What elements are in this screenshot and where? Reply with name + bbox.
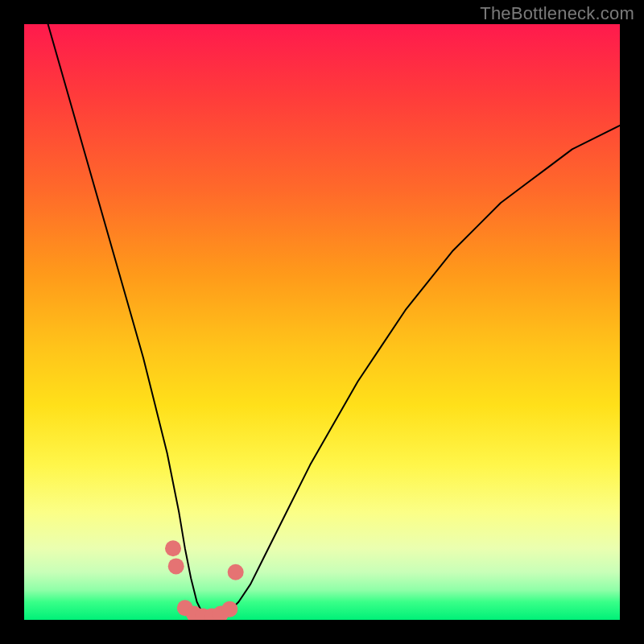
watermark-text: TheBottleneck.com (480, 3, 634, 24)
curve-marker (165, 540, 181, 556)
bottleneck-curve (48, 24, 620, 620)
curve-marker (221, 601, 237, 617)
chart-plot-area (24, 24, 620, 620)
curve-markers (165, 540, 244, 620)
chart-svg (24, 24, 620, 620)
chart-frame: TheBottleneck.com (0, 0, 644, 644)
curve-marker (168, 558, 184, 574)
curve-marker (228, 564, 244, 580)
